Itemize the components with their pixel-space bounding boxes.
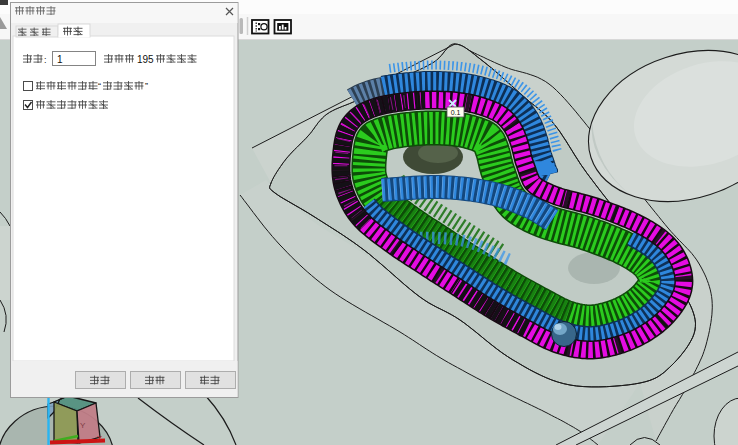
svg-text:“: “ [98, 81, 101, 91]
svg-text:”: ” [145, 81, 148, 91]
svg-text:0.1: 0.1 [451, 109, 461, 116]
svg-text:X: X [97, 434, 103, 443]
svg-text:195: 195 [137, 54, 154, 65]
svg-text:Y: Y [80, 421, 86, 430]
svg-text::: : [44, 55, 47, 65]
svg-text:1: 1 [57, 54, 63, 65]
